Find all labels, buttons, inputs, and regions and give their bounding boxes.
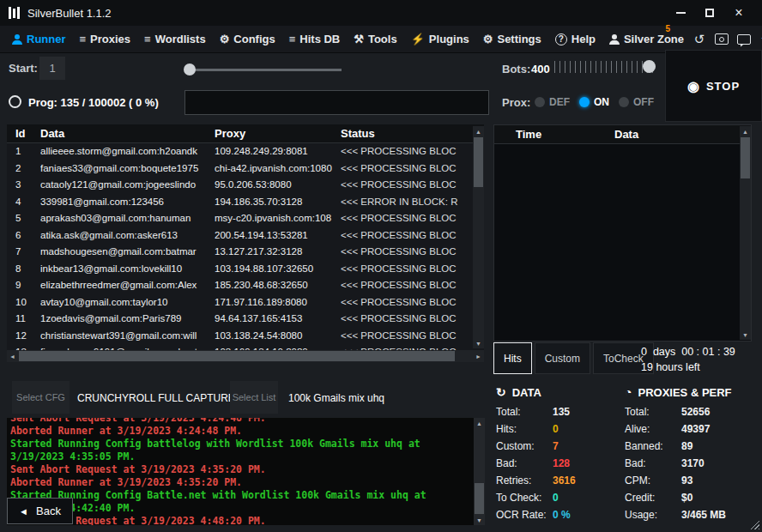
cell-data: cataoly121@gmail.com:jogeeslindo [40,177,215,194]
camera-icon[interactable] [713,31,730,48]
scroll-up-icon[interactable]: ▲ [474,418,485,428]
stat-row: To Check:0 [496,489,625,506]
telegram-icon[interactable]: ➤ [758,31,762,48]
nav-item-hits-db[interactable]: ≡Hits DB [282,26,348,52]
selected-config-name: CRUNCHYROLL FULL CAPTURE [77,392,235,404]
chat-icon[interactable] [735,31,753,48]
data-stats-title: DATA [512,386,541,399]
prox-options: DEFONOFF [535,93,654,112]
tab-hits[interactable]: Hits [493,342,532,374]
back-button[interactable]: ◄ Back [7,498,73,524]
stat-label: Alive: [625,423,681,435]
nav-item-wordlists[interactable]: ≡Wordlists [137,26,213,52]
nav-item-proxies[interactable]: ≡Proxies [73,26,138,52]
history-icon[interactable]: ↺ [691,31,708,48]
scroll-up-icon[interactable]: ▲ [473,126,484,136]
help-icon: ? [555,33,567,45]
nav-item-plugins[interactable]: ⚡Plugins [404,26,476,52]
nav-item-settings[interactable]: ⚙Settings [476,26,548,52]
scrollbar-thumb[interactable] [475,483,484,514]
stop-button[interactable]: ◉ STOP [665,50,762,122]
results-vertical-scrollbar[interactable]: ▲ ▼ [473,126,484,348]
cell-status: <<< PROCESSING BLOC [341,294,484,311]
table-row[interactable]: 2faniaes33@gmail.com:boquete1975chi-a42.… [7,160,484,178]
prox-on-toggle[interactable]: ON [579,96,609,108]
scroll-left-icon[interactable]: ◄ [7,350,18,362]
nav-item-label: Plugins [429,33,469,45]
scroll-down-icon[interactable]: ▼ [473,338,484,348]
table-row[interactable]: 10avtay10@gmail.com:taylor10171.97.116.1… [7,294,484,311]
stat-row: Custom:7 [496,438,625,455]
back-arrow-icon: ◄ [19,506,28,517]
start-input[interactable] [39,57,65,80]
cell-status: <<< PROCESSING BLOC [341,227,484,245]
cell-proxy: 103.194.88.107:32650 [215,261,341,278]
scroll-down-icon[interactable]: ▼ [474,515,485,525]
log-line: Aborted Runner at 3/19/2023 4:24:48 PM. [10,425,471,438]
column-header-id: Id [7,127,40,140]
table-row[interactable]: 8inkbear13@gmail.com:lovekill10103.194.8… [7,261,484,278]
log-line: Sent Abort Request at 3/19/2023 4:24:48 … [10,418,471,425]
nav-item-help[interactable]: ?Help [548,26,602,52]
cell-data: elizabethrreedmer@gmail.com:Alex [40,277,215,294]
scroll-down-icon[interactable]: ▼ [740,329,751,340]
table-row[interactable]: 6atika.ask@gmail.com:asker613200.54.194.… [7,227,484,245]
table-row[interactable]: 1allieeee.storm@gmail.com:h2oandk109.248… [7,143,484,160]
progress-radio[interactable] [9,95,21,108]
results-horizontal-scrollbar[interactable]: ◄ ► [7,350,484,362]
stat-value: 3616 [553,475,576,487]
table-row[interactable]: 13fionaalvarez9191@gmail.com:cheat103.16… [7,344,484,350]
cell-proxy: 103.169.134.10:8080 [215,344,341,350]
nav-item-label: Hits DB [299,33,340,45]
maximize-button[interactable] [695,0,724,26]
scrollbar-thumb[interactable] [19,351,455,361]
column-header-proxy: Proxy [215,127,341,140]
scroll-up-icon[interactable]: ▲ [740,126,751,136]
cell-id: 12 [7,328,40,345]
nav-item-silver-zone[interactable]: Silver Zone5 [602,26,691,52]
table-row[interactable]: 9elizabethrreedmer@gmail.com:Alex185.230… [7,277,484,294]
results-table: Id Data Proxy Status 1allieeee.storm@gma… [7,124,484,350]
log-line: Aborted Runner at 3/19/2023 4:35:20 PM. [10,476,471,489]
stat-value: 128 [553,457,570,469]
table-row[interactable]: 5aprakash03@gmail.com:hanumanmsy-c20.ipv… [7,210,484,227]
minimize-button[interactable] [666,0,695,26]
cell-status: <<< PROCESSING BLOC [341,143,484,160]
select-cfg-button[interactable]: Select CFG [12,381,70,414]
hits-vertical-scrollbar[interactable]: ▲ ▼ [740,126,751,340]
start-slider-handle[interactable] [184,63,196,76]
cell-id: 2 [7,160,40,178]
bots-slider-handle[interactable] [643,60,656,73]
bots-slider[interactable] [554,61,657,73]
stat-value: 89 [681,440,692,452]
table-row[interactable]: 111zoedavis@gmail.com:Paris78994.64.137.… [7,311,484,328]
table-row[interactable]: 4339981@gmail.com:123456194.186.35.70:31… [7,194,484,211]
stat-value: 3170 [681,457,705,469]
log-line: Started Running Config battlelog with Wo… [10,438,471,463]
stat-label: OCR Rate: [496,509,553,521]
table-row[interactable]: 3cataoly121@gmail.com:jogeeslindo95.0.20… [7,177,484,194]
table-row[interactable]: 7madshougesen@gmail.com:batmar13.127.217… [7,244,484,261]
data-stats-rows: Total:135Hits:0Custom:7Bad:128Retries:36… [496,403,625,523]
nav-item-runner[interactable]: Runner [5,26,73,52]
prox-def-toggle[interactable]: DEF [535,96,570,108]
select-list-button[interactable]: Select List [230,381,278,414]
scrollbar-thumb[interactable] [741,137,750,178]
start-slider[interactable] [185,69,342,71]
cell-status: <<< PROCESSING BLOC [341,210,484,227]
prox-off-toggle[interactable]: OFF [619,96,654,108]
tab-custom[interactable]: Custom [535,342,590,374]
nav-item-label: Proxies [90,33,130,45]
elapsed-time: 0 days 00 : 01 : 39 [641,346,735,358]
list-icon: ≡ [144,33,151,45]
table-row[interactable]: 12christianstewart391@gmail.com:will103.… [7,328,484,345]
bots-value: 400 [531,63,550,76]
prox-option-label: ON [594,96,609,108]
nav-item-tools[interactable]: ⚒Tools [347,26,403,52]
nav-item-configs[interactable]: ⚙Configs [213,26,282,52]
scroll-right-icon[interactable]: ► [473,350,484,362]
close-button[interactable]: × [724,0,753,26]
scrollbar-thumb[interactable] [474,137,483,187]
log-vertical-scrollbar[interactable]: ▲ ▼ [474,418,485,525]
cell-data: madshougesen@gmail.com:batmar [40,244,215,261]
